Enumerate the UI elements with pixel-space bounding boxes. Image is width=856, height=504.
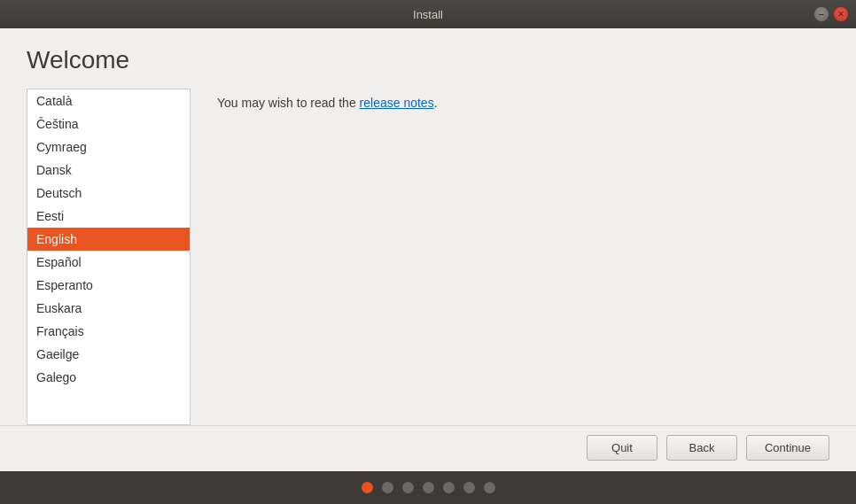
page-title: Welcome: [27, 46, 829, 74]
progress-dot-7: [484, 482, 495, 493]
progress-dot-5: [443, 482, 455, 493]
language-list[interactable]: CatalàČeštinaCymraegDanskDeutschEestiEng…: [27, 89, 191, 425]
language-item[interactable]: Français: [27, 320, 190, 343]
language-item[interactable]: Eesti: [27, 205, 190, 228]
release-notes-prefix: You may wish to read the: [217, 96, 360, 110]
release-notes-paragraph: You may wish to read the release notes.: [217, 96, 829, 110]
release-notes-suffix: .: [434, 96, 438, 110]
back-button[interactable]: Back: [666, 435, 737, 461]
language-item[interactable]: Esperanto: [27, 274, 190, 297]
language-item[interactable]: Cymraeg: [27, 136, 190, 159]
language-item[interactable]: Català: [27, 89, 190, 112]
middle-section: CatalàČeštinaCymraegDanskDeutschEestiEng…: [0, 89, 856, 425]
progress-dot-3: [402, 482, 414, 493]
quit-button[interactable]: Quit: [587, 435, 658, 461]
minimize-button[interactable]: –: [813, 6, 829, 22]
progress-dot-1: [362, 482, 373, 493]
language-item[interactable]: Čeština: [27, 112, 190, 136]
continue-button[interactable]: Continue: [746, 435, 829, 461]
footer-dots: [0, 471, 856, 504]
progress-dot-2: [382, 482, 393, 493]
language-item[interactable]: Español: [27, 251, 190, 274]
progress-dot-6: [463, 482, 475, 493]
window-controls: – ✕: [813, 6, 849, 22]
language-item[interactable]: Dansk: [27, 159, 190, 182]
language-item[interactable]: Deutsch: [27, 182, 190, 205]
language-item[interactable]: Galego: [27, 366, 190, 389]
language-item[interactable]: English: [27, 228, 190, 251]
progress-dot-4: [423, 482, 434, 493]
button-bar: Quit Back Continue: [0, 425, 856, 471]
content-area: You may wish to read the release notes.: [208, 89, 856, 425]
main-area: Welcome CatalàČeštinaCymraegDanskDeutsch…: [0, 28, 856, 471]
window-title: Install: [413, 8, 443, 21]
release-notes-link[interactable]: release notes: [360, 96, 434, 110]
language-item[interactable]: Gaeilge: [27, 343, 190, 366]
title-bar: Install – ✕: [0, 0, 856, 28]
close-button[interactable]: ✕: [833, 6, 849, 22]
top-section: Welcome: [0, 28, 856, 89]
language-item[interactable]: Euskara: [27, 297, 190, 320]
